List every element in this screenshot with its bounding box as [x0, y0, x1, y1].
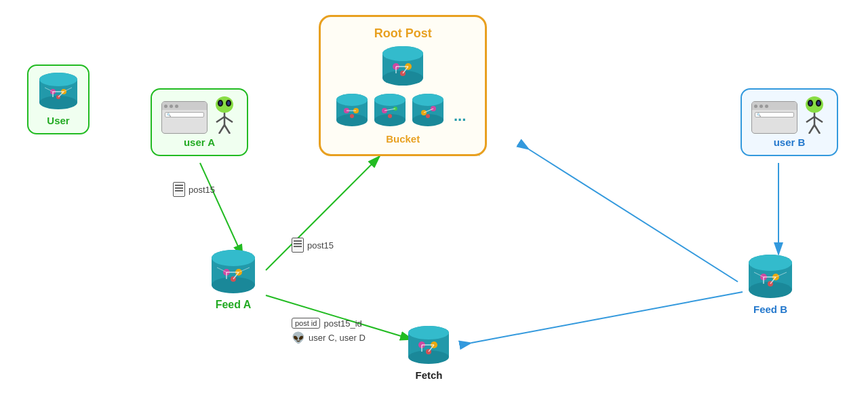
user-b-label: user B — [774, 136, 806, 148]
user-cd-row: 👽 user C, user D — [292, 331, 366, 344]
alien-figure-a — [212, 96, 237, 134]
user-b-node: 🔍 user B — [741, 88, 838, 156]
svg-line-91 — [809, 125, 814, 134]
bucket-label: Bucket — [386, 133, 420, 145]
feed-a-db-icon — [209, 250, 258, 296]
feed-b-db-icon — [746, 255, 795, 301]
browser-icon-a: 🔍 — [161, 101, 208, 134]
fetch-node: Fetch — [407, 326, 451, 381]
bucket-row: ··· — [334, 94, 471, 129]
svg-line-33 — [216, 117, 224, 122]
root-post-container: Root Post — [319, 15, 487, 156]
svg-point-18 — [39, 73, 77, 86]
svg-line-90 — [814, 117, 823, 122]
svg-point-70 — [374, 94, 406, 106]
svg-line-34 — [224, 117, 233, 122]
root-post-db-icon — [381, 46, 425, 88]
svg-line-89 — [806, 117, 814, 122]
svg-line-14 — [529, 149, 738, 282]
svg-line-6 — [266, 156, 380, 270]
svg-point-31 — [227, 101, 230, 105]
doc-icon-middle — [292, 238, 304, 253]
user-a-box: 🔍 user A — [151, 88, 248, 156]
svg-point-30 — [219, 101, 222, 105]
svg-point-62 — [336, 94, 368, 106]
svg-point-96 — [749, 255, 792, 271]
doc-icon-a — [173, 182, 185, 197]
post15-label-middle: post15 — [292, 238, 334, 253]
feed-a-node: Feed A — [209, 250, 258, 311]
browser-icon-b: 🔍 — [751, 101, 797, 134]
svg-point-86 — [809, 101, 812, 105]
bucket-db-2 — [372, 94, 408, 129]
svg-point-87 — [817, 101, 820, 105]
post15-text-middle: post15 — [307, 240, 334, 251]
fetch-db-icon — [407, 326, 451, 367]
svg-line-36 — [224, 125, 230, 134]
post15-text-a: post15 — [189, 185, 215, 195]
bucket-db-1 — [334, 94, 370, 129]
user-a-label: user A — [184, 136, 215, 148]
post15-id-text: post15_id — [323, 318, 361, 329]
user-node: User — [27, 64, 90, 134]
fetch-label: Fetch — [415, 369, 442, 381]
bucket-db-3 — [410, 94, 446, 129]
svg-point-81 — [426, 114, 430, 118]
alien-figure-b — [802, 96, 827, 134]
user-db-icon — [38, 73, 79, 112]
svg-point-108 — [408, 326, 449, 339]
alien-icon: 👽 — [292, 331, 305, 344]
user-b-box: 🔍 user B — [741, 88, 838, 156]
post-id-badge: post id — [292, 318, 320, 329]
root-post-label: Root Post — [374, 26, 432, 41]
user-label: User — [47, 115, 69, 126]
svg-line-5 — [200, 163, 243, 257]
user-cd-text: user C, user D — [309, 333, 366, 343]
svg-point-40 — [212, 250, 255, 266]
svg-point-78 — [412, 94, 443, 106]
user-box: User — [27, 64, 90, 134]
fetch-labels: post id post15_id 👽 user C, user D — [292, 318, 366, 344]
user-a-node: 🔍 user A — [151, 88, 248, 156]
post-id-row: post id post15_id — [292, 318, 366, 329]
svg-point-52 — [382, 46, 423, 61]
ellipsis-label: ··· — [454, 111, 466, 129]
svg-point-65 — [350, 114, 354, 118]
root-post-box: Root Post — [319, 15, 487, 156]
post15-label-a: post15 — [173, 182, 215, 197]
svg-line-92 — [814, 125, 820, 134]
svg-line-35 — [219, 125, 224, 134]
feed-b-node: Feed B — [746, 255, 795, 315]
svg-point-73 — [388, 114, 392, 118]
svg-line-8 — [471, 292, 743, 343]
feed-a-label: Feed A — [216, 299, 252, 311]
feed-b-label: Feed B — [753, 303, 787, 315]
